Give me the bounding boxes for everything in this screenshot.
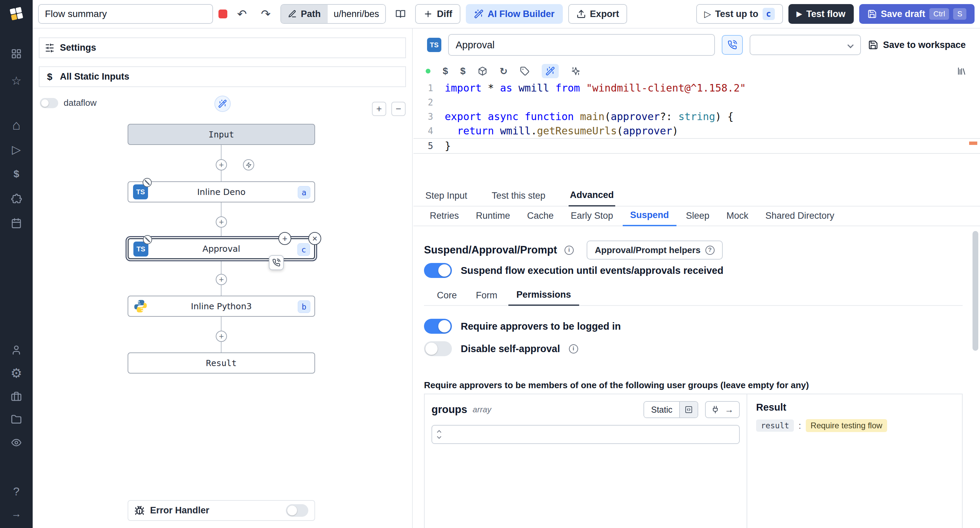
tab-retries[interactable]: Retries	[422, 211, 466, 226]
settings-section[interactable]: Settings	[39, 37, 406, 58]
add-step-button-4[interactable]: +	[216, 331, 227, 342]
diff-button[interactable]: Diff	[415, 4, 460, 24]
python-icon	[133, 299, 148, 314]
play-icon: ▷	[12, 143, 21, 156]
sidebar-item-favorites[interactable]: ☆	[0, 73, 33, 88]
sidebar-item-schedules[interactable]	[0, 216, 33, 231]
save-draft-button[interactable]: Save draft Ctrl S	[859, 4, 975, 24]
test-up-to-label: Test up to	[715, 9, 759, 19]
disable-self-approval-toggle[interactable]	[424, 341, 452, 356]
flow-node-result[interactable]: Result	[127, 353, 315, 374]
tab-runtime[interactable]: Runtime	[469, 211, 518, 226]
sidebar-item-home[interactable]: ⌂	[0, 118, 33, 132]
ai-step-wand-button[interactable]	[215, 95, 231, 112]
tab-early-stop[interactable]: Early Stop	[563, 211, 620, 226]
library-icon[interactable]	[957, 66, 966, 76]
sidebar-item-variables[interactable]: $	[0, 166, 33, 181]
variable-picker-icon[interactable]: $	[443, 66, 448, 76]
docs-button[interactable]	[391, 5, 410, 23]
overview-ruler-marker	[969, 142, 977, 145]
script-version-dropdown[interactable]	[749, 35, 861, 55]
redo-button[interactable]: ↷	[256, 5, 275, 23]
result-value-chip: Require testing flow	[806, 419, 887, 432]
sidebar-item-audit-logs[interactable]	[0, 435, 33, 450]
tab-advanced[interactable]: Advanced	[569, 190, 615, 207]
suspend-toggle[interactable]	[424, 263, 452, 278]
plus-icon: +	[219, 275, 224, 285]
add-step-button-1[interactable]: +	[216, 159, 227, 170]
suspend-step-button[interactable]	[722, 35, 743, 55]
error-handler-section[interactable]: Error Handler	[127, 500, 315, 521]
sidebar-item-settings[interactable]: ⚙	[0, 366, 33, 381]
test-flow-button[interactable]: ▶ Test flow	[788, 4, 854, 24]
tab-test-this-step[interactable]: Test this step	[490, 191, 547, 206]
javascript-mode-button[interactable]	[679, 402, 698, 417]
groups-combobox[interactable]	[431, 425, 740, 444]
test-up-to-button[interactable]: ▷ Test up to c	[696, 4, 783, 24]
export-button[interactable]: Export	[568, 4, 627, 24]
path-selector[interactable]: Path u/henri/bes	[280, 4, 386, 24]
format-tag-icon[interactable]	[520, 66, 530, 76]
flow-summary-input[interactable]	[38, 4, 213, 24]
reset-icon[interactable]: ↻	[500, 66, 508, 77]
suspend-settings-content: Suspend/Approval/Prompt i Approval/Promp…	[414, 226, 980, 528]
scrollbar-thumb[interactable]	[972, 231, 978, 351]
require-logged-in-toggle[interactable]	[424, 319, 452, 334]
close-icon: ×	[312, 234, 317, 244]
play-outline-icon: ▷	[705, 9, 711, 19]
skip-badge-icon	[143, 178, 152, 187]
permission-tabs: Core Form Permissions	[424, 286, 963, 306]
static-mode-button[interactable]: Static	[644, 402, 679, 417]
sidebar-item-users[interactable]	[0, 343, 33, 358]
help-icon: ?	[705, 246, 714, 255]
tab-step-input[interactable]: Step Input	[424, 191, 469, 206]
sidebar-item-resources[interactable]	[0, 191, 33, 206]
content-scrollbar	[972, 227, 978, 526]
tab-suspend[interactable]: Suspend	[623, 210, 676, 226]
sparkles-icon[interactable]	[571, 66, 581, 76]
error-handler-toggle[interactable]	[286, 504, 308, 517]
tab-permissions[interactable]: Permissions	[508, 289, 579, 306]
bolt-icon	[246, 162, 252, 168]
package-icon[interactable]	[478, 66, 487, 76]
delete-step-button[interactable]: ×	[308, 232, 321, 245]
tab-shared-directory[interactable]: Shared Directory	[758, 211, 842, 226]
ai-assistant-wand-button[interactable]	[542, 64, 559, 78]
zoom-out-button[interactable]: −	[391, 102, 406, 116]
undo-button[interactable]: ↶	[233, 5, 251, 23]
add-step-button-2[interactable]: +	[216, 216, 227, 227]
sidebar-item-help[interactable]: ?	[0, 484, 33, 499]
zoom-in-button[interactable]: +	[372, 102, 386, 116]
sidebar-item-workers[interactable]	[0, 389, 33, 404]
sidebar-collapse-button[interactable]: →	[0, 506, 33, 521]
tab-core[interactable]: Core	[429, 290, 465, 305]
dataflow-toggle[interactable]	[40, 98, 58, 108]
ai-flow-builder-button[interactable]: AI Flow Builder	[466, 4, 563, 24]
result-panel: Result result : Require testing flow	[747, 394, 962, 528]
sidebar-item-apps[interactable]	[0, 46, 33, 61]
add-trigger-button[interactable]	[243, 159, 254, 170]
ai-flow-builder-label: AI Flow Builder	[488, 9, 555, 19]
sidebar-item-folders[interactable]	[0, 412, 33, 427]
flow-node-inline-deno[interactable]: TS Inline Deno a	[127, 181, 315, 202]
code-editor[interactable]: 1import * as wmill from "windmill-client…	[414, 81, 980, 188]
sidebar-item-runs[interactable]: ▷	[0, 142, 33, 157]
all-static-inputs-section[interactable]: $ All Static Inputs	[39, 66, 406, 87]
approval-prompt-helpers-button[interactable]: Approval/Prompt helpers ?	[587, 240, 723, 259]
insert-step-above-button[interactable]: +	[278, 232, 291, 245]
connect-input-buttons[interactable]: →	[705, 401, 740, 418]
tab-mock[interactable]: Mock	[719, 211, 756, 226]
step-name-input[interactable]	[448, 34, 715, 56]
flow-graph-panel: Settings $ All Static Inputs dataflow + …	[33, 29, 413, 528]
save-to-workspace-button[interactable]: Save to workspace	[868, 40, 966, 50]
save-icon	[867, 9, 877, 19]
flow-node-input[interactable]: Input	[127, 124, 315, 145]
flow-node-inline-python3[interactable]: Inline Python3 b	[127, 296, 315, 317]
home-icon: ⌂	[12, 118, 21, 133]
tab-form[interactable]: Form	[468, 290, 506, 305]
windmill-logo[interactable]	[0, 6, 33, 21]
add-step-button-3[interactable]: +	[216, 274, 227, 285]
tab-sleep[interactable]: Sleep	[679, 211, 717, 226]
resource-picker-icon[interactable]: $	[460, 66, 466, 76]
path-edit-segment[interactable]: Path	[281, 5, 328, 23]
